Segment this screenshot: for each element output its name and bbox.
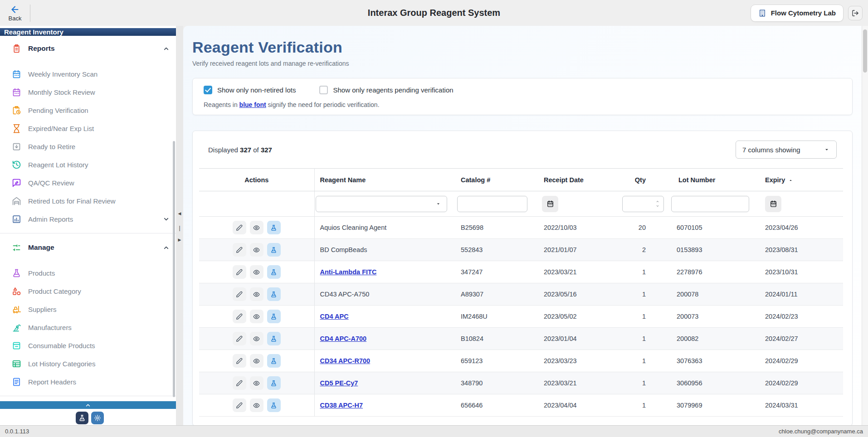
chevron-down-icon[interactable] [163, 216, 170, 223]
lot-number-filter-input[interactable] [671, 196, 749, 212]
view-button[interactable] [250, 243, 263, 257]
edit-button[interactable] [233, 221, 246, 234]
chevron-up-icon[interactable] [163, 45, 170, 52]
sidebar-item-monthly-stock-review[interactable]: Monthly Stock Review [0, 83, 176, 101]
eye-icon [253, 247, 260, 253]
eye-icon [253, 313, 260, 320]
verify-lot-button[interactable] [267, 398, 281, 412]
edit-button[interactable] [233, 310, 246, 323]
displayed-count: Displayed 327 of 327 [208, 146, 272, 154]
sidebar-item-reagent-lot-history[interactable]: Reagent Lot History [0, 155, 176, 174]
view-button[interactable] [250, 310, 263, 323]
view-button[interactable] [250, 376, 263, 390]
lab-selector-button[interactable]: Flow Cytometry Lab [751, 5, 844, 22]
sidebar-scrollbar[interactable] [173, 141, 175, 397]
view-button[interactable] [250, 221, 263, 234]
view-button[interactable] [250, 265, 263, 279]
checkbox-unchecked-icon[interactable] [319, 86, 328, 94]
sidebar-item-lot-history-categories[interactable]: Lot History Categories [0, 354, 176, 373]
stepper-down-icon[interactable] [655, 204, 660, 208]
blue-font-link[interactable]: blue font [239, 101, 266, 108]
catalog-filter-input[interactable] [457, 196, 527, 212]
view-button[interactable] [250, 354, 263, 368]
verify-lot-button[interactable] [267, 243, 281, 257]
sidebar-item-manufacturers[interactable]: Manufacturers [0, 318, 176, 336]
sidebar-item-product-category[interactable]: Product Category [0, 282, 176, 300]
reagent-name-link[interactable]: CD4 APC-A700 [320, 335, 367, 342]
sidebar-item-pending-verification[interactable]: Pending Verification [0, 101, 176, 119]
reagent-name-link[interactable]: CD34 APC-R700 [320, 357, 371, 364]
edit-button[interactable] [233, 287, 246, 301]
expiry-filter-button[interactable] [765, 196, 781, 212]
reagent-name-filter-select[interactable] [316, 196, 447, 212]
flask-icon [270, 402, 277, 409]
sidebar-splitter[interactable]: ◀ | ▶ [176, 26, 183, 425]
sidebar-item-retired-lots-final-review[interactable]: Retired Lots for Final Review [0, 192, 176, 210]
verify-lot-button[interactable] [267, 287, 281, 301]
sidebar-item-weekly-inventory-scan[interactable]: Weekly Inventory Scan [0, 65, 176, 83]
edit-button[interactable] [233, 332, 246, 345]
main-scrollbar[interactable] [862, 26, 868, 425]
sidebar-item-qa-qc-review[interactable]: QA/QC Review [0, 174, 176, 192]
chevron-up-icon[interactable] [163, 244, 170, 251]
section-reports[interactable]: Reports [0, 39, 176, 58]
sidebar-item-expired-near-exp-list[interactable]: Expired/Near Exp List [0, 119, 176, 137]
verify-lot-button[interactable] [267, 265, 281, 279]
edit-button[interactable] [233, 376, 246, 390]
checkbox-checked-icon[interactable] [204, 86, 212, 94]
scrollbar-thumb[interactable] [863, 29, 867, 73]
verify-lot-button[interactable] [267, 354, 281, 368]
view-button[interactable] [250, 398, 263, 412]
col-header-qty[interactable]: Qty [619, 169, 664, 191]
pencil-icon [236, 313, 243, 320]
verify-lot-button[interactable] [267, 310, 281, 323]
flask-icon [270, 335, 277, 342]
checkbox-non-retired-lots[interactable]: Show only non-retired lots [204, 86, 296, 94]
reagent-name-link[interactable]: CD4 APC [320, 313, 349, 320]
logout-button[interactable] [848, 6, 863, 20]
col-header-expiry[interactable]: Expiry [752, 169, 843, 191]
sidebar-item-consumable-products[interactable]: Consumable Products [0, 336, 176, 354]
edit-button[interactable] [233, 398, 246, 412]
warehouse-icon [12, 196, 21, 206]
columns-showing-dropdown[interactable]: 7 columns showing [736, 141, 837, 159]
edit-button[interactable] [233, 243, 246, 257]
view-button[interactable] [250, 287, 263, 301]
eye-icon [253, 380, 260, 387]
sidebar-item-ready-to-retire[interactable]: Ready to Retire [0, 137, 176, 155]
edit-button[interactable] [233, 354, 246, 368]
col-header-reagent-name[interactable]: Reagent Name [314, 169, 454, 191]
reagent-name-link[interactable]: Anti-Lambda FITC [320, 268, 377, 276]
sidebar-item-admin-reports[interactable]: Admin Reports [0, 210, 176, 228]
verify-lot-button[interactable] [267, 376, 281, 390]
col-header-receipt-date[interactable]: Receipt Date [531, 169, 619, 191]
expand-right-icon[interactable]: ▶ [178, 238, 181, 242]
section-manage[interactable]: Manage [0, 238, 176, 257]
view-button[interactable] [250, 332, 263, 345]
receipt-date-filter-button[interactable] [542, 196, 558, 212]
sidebar-item-suppliers[interactable]: Suppliers [0, 300, 176, 318]
sidebar-collapse-bar[interactable] [0, 401, 176, 409]
col-header-lot-number[interactable]: Lot Number [664, 169, 752, 191]
table-row: Anti-Lambda FITC 347247 2023/03/21 1 227… [199, 261, 843, 283]
edit-button[interactable] [233, 265, 246, 279]
verify-lot-button[interactable] [267, 332, 281, 345]
sidebar-item-products[interactable]: Products [0, 264, 176, 282]
reagent-name: BD CompBeads [320, 246, 367, 253]
flask-icon [270, 269, 277, 276]
splitter-handle-icon[interactable]: | [179, 225, 180, 231]
qty-filter-stepper[interactable] [622, 196, 664, 212]
reagent-name-link[interactable]: CD5 PE-Cy7 [320, 379, 358, 387]
back-button[interactable]: Back [0, 0, 30, 26]
lab-mode-button[interactable] [76, 412, 88, 424]
col-header-catalog[interactable]: Catalog # [454, 169, 531, 191]
verify-lot-button[interactable] [267, 221, 281, 234]
settings-button[interactable] [91, 412, 104, 424]
table-row: CD4 APC IM2468U 2023/05/02 1 200073 2024… [199, 306, 843, 328]
reagent-name-link[interactable]: CD38 APC-H7 [320, 402, 363, 409]
gear-icon [94, 414, 101, 422]
stepper-up-icon[interactable] [655, 200, 660, 203]
collapse-left-icon[interactable]: ◀ [178, 212, 181, 216]
sidebar-item-report-headers[interactable]: Report Headers [0, 373, 176, 391]
checkbox-pending-verification[interactable]: Show only reagents pending verification [319, 86, 453, 94]
